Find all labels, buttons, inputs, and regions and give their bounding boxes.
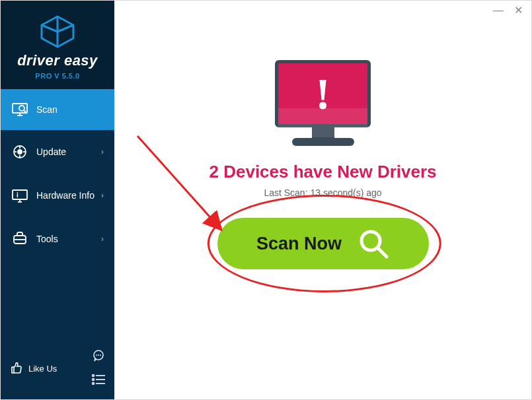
scan-now-button[interactable]: Scan Now — [217, 218, 429, 269]
main-panel: — ✕ ! 2 Devices have New Drivers Last Sc… — [114, 1, 531, 399]
minimize-button[interactable]: — — [490, 3, 506, 18]
tools-icon — [11, 230, 28, 248]
app-window: driver easy PRO V 5.5.0 Scan — [0, 0, 532, 400]
svg-line-31 — [137, 136, 220, 228]
update-icon — [11, 143, 28, 160]
scan-icon — [11, 101, 28, 118]
logo-block: driver easy PRO V 5.5.0 — [1, 1, 114, 89]
svg-point-7 — [18, 150, 22, 154]
sidebar-item-update[interactable]: Update › — [1, 130, 114, 174]
chevron-right-icon: › — [101, 191, 104, 200]
logo-icon — [39, 15, 76, 48]
close-button[interactable]: ✕ — [510, 3, 526, 18]
last-scan-text: Last Scan: 13 second(s) ago — [264, 187, 381, 198]
sidebar-footer: Like Us — [1, 341, 114, 399]
like-us-button[interactable]: Like Us — [10, 361, 57, 376]
menu-icon[interactable] — [92, 374, 105, 387]
exclamation-icon: ! — [315, 68, 330, 120]
thumbs-up-icon — [10, 361, 23, 376]
svg-text:i: i — [17, 191, 19, 199]
feedback-icon[interactable] — [92, 349, 105, 365]
hardware-info-icon: i — [11, 187, 28, 204]
svg-point-19 — [96, 354, 97, 356]
scan-now-label: Scan Now — [256, 234, 342, 254]
svg-point-24 — [93, 379, 95, 381]
status-headline: 2 Devices have New Drivers — [209, 162, 437, 182]
sidebar-item-label: Tools — [36, 234, 58, 244]
titlebar: — ✕ — [114, 1, 531, 20]
sidebar-nav: Scan Update › — [1, 89, 114, 261]
alert-screen: ! — [275, 60, 371, 127]
footer-icons — [92, 349, 105, 387]
svg-line-29 — [378, 248, 387, 257]
svg-rect-12 — [13, 190, 27, 199]
svg-point-4 — [19, 106, 24, 111]
sidebar: driver easy PRO V 5.5.0 Scan — [1, 1, 114, 399]
svg-point-20 — [98, 354, 99, 356]
sidebar-item-label: Scan — [36, 104, 57, 115]
like-us-label: Like Us — [28, 364, 57, 374]
sidebar-item-label: Update — [36, 147, 66, 157]
svg-point-22 — [93, 375, 95, 377]
monitor-illustration: ! — [275, 60, 371, 146]
svg-point-26 — [93, 383, 95, 385]
magnifier-icon — [358, 228, 389, 259]
scan-button-wrap: Scan Now — [217, 218, 429, 269]
sidebar-item-label: Hardware Info — [36, 190, 95, 201]
sidebar-item-tools[interactable]: Tools › — [1, 217, 114, 261]
sidebar-item-scan[interactable]: Scan — [1, 89, 114, 130]
sidebar-item-hardware[interactable]: i Hardware Info › — [1, 174, 114, 217]
chevron-right-icon: › — [101, 147, 104, 156]
content: ! 2 Devices have New Drivers Last Scan: … — [114, 20, 531, 399]
brand-name: driver easy — [1, 52, 114, 69]
svg-line-5 — [24, 110, 26, 112]
brand-version: PRO V 5.5.0 — [1, 72, 114, 80]
chevron-right-icon: › — [101, 234, 104, 244]
svg-point-21 — [100, 354, 101, 356]
